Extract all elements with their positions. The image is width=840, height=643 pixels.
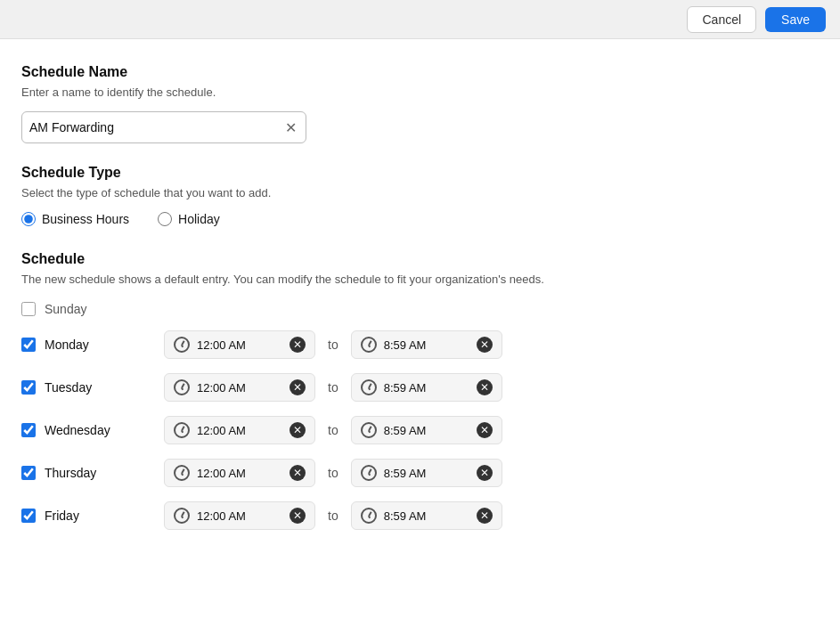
sunday-row: Sunday — [21, 302, 819, 316]
schedule-type-desc: Select the type of schedule that you wan… — [21, 186, 819, 199]
tuesday-label: Tuesday — [45, 380, 92, 395]
friday-start-time[interactable]: 12:00 AM ✕ — [164, 501, 315, 530]
schedule-type-radio-group: Business Hours Holiday — [21, 212, 819, 226]
clear-input-button[interactable]: ✕ — [283, 118, 298, 138]
tuesday-start-remove-button[interactable]: ✕ — [290, 379, 306, 395]
monday-end-remove-button[interactable]: ✕ — [477, 337, 493, 353]
tuesday-to-label: to — [328, 380, 338, 395]
holiday-option[interactable]: Holiday — [158, 212, 220, 226]
schedule-name-section: Schedule Name Enter a name to identify t… — [21, 64, 819, 143]
thursday-checkbox[interactable] — [21, 466, 36, 480]
wednesday-to-label: to — [328, 423, 338, 437]
clock-icon — [361, 465, 377, 481]
friday-label: Friday — [45, 509, 79, 523]
tuesday-end-time[interactable]: 8:59 AM ✕ — [351, 373, 502, 402]
friday-start-remove-button[interactable]: ✕ — [290, 508, 306, 524]
monday-start-time[interactable]: 12:00 AM ✕ — [164, 330, 315, 359]
friday-end-remove-button[interactable]: ✕ — [477, 508, 493, 524]
sunday-checkbox-group: Sunday — [21, 302, 164, 316]
wednesday-start-time[interactable]: 12:00 AM ✕ — [164, 416, 315, 444]
sunday-checkbox[interactable] — [21, 302, 36, 316]
holiday-label: Holiday — [178, 212, 220, 226]
wednesday-label: Wednesday — [45, 423, 110, 437]
clock-icon — [174, 508, 190, 524]
friday-row: Friday 12:00 AM ✕ to 8:59 AM ✕ — [21, 501, 819, 530]
monday-end-value: 8:59 AM — [384, 338, 427, 352]
friday-end-value: 8:59 AM — [384, 509, 427, 523]
sunday-label: Sunday — [45, 302, 86, 316]
tuesday-row: Tuesday 12:00 AM ✕ to 8:59 AM ✕ — [21, 373, 819, 402]
monday-end-time[interactable]: 8:59 AM ✕ — [351, 330, 502, 359]
business-hours-option[interactable]: Business Hours — [21, 212, 129, 226]
friday-checkbox-group: Friday — [21, 509, 164, 523]
wednesday-checkbox-group: Wednesday — [21, 423, 164, 437]
clock-icon — [174, 465, 190, 481]
thursday-end-value: 8:59 AM — [384, 467, 427, 480]
thursday-end-time[interactable]: 8:59 AM ✕ — [351, 459, 502, 487]
friday-checkbox[interactable] — [21, 509, 36, 523]
clock-icon — [174, 422, 190, 438]
friday-to-label: to — [328, 509, 338, 523]
thursday-start-remove-button[interactable]: ✕ — [290, 465, 306, 481]
schedule-type-title: Schedule Type — [21, 165, 819, 181]
monday-checkbox[interactable] — [21, 338, 36, 352]
wednesday-end-time[interactable]: 8:59 AM ✕ — [351, 416, 502, 444]
wednesday-end-value: 8:59 AM — [384, 424, 427, 437]
main-content: Schedule Name Enter a name to identify t… — [0, 39, 840, 569]
save-button[interactable]: Save — [765, 7, 826, 32]
tuesday-start-time[interactable]: 12:00 AM ✕ — [164, 373, 315, 402]
business-hours-radio[interactable] — [21, 212, 36, 226]
clock-icon — [361, 337, 377, 353]
schedule-section: Schedule The new schedule shows a defaul… — [21, 251, 819, 530]
tuesday-start-value: 12:00 AM — [197, 381, 246, 395]
wednesday-checkbox[interactable] — [21, 423, 36, 437]
tuesday-checkbox-group: Tuesday — [21, 380, 164, 395]
thursday-row: Thursday 12:00 AM ✕ to 8:59 AM ✕ — [21, 459, 819, 487]
schedule-name-input[interactable] — [29, 120, 283, 134]
clock-icon — [361, 422, 377, 438]
friday-start-value: 12:00 AM — [197, 509, 246, 523]
monday-start-remove-button[interactable]: ✕ — [290, 337, 306, 353]
monday-label: Monday — [45, 338, 89, 352]
schedule-type-section: Schedule Type Select the type of schedul… — [21, 165, 819, 226]
thursday-start-time[interactable]: 12:00 AM ✕ — [164, 459, 315, 487]
schedule-title: Schedule — [21, 251, 819, 267]
clock-icon — [174, 379, 190, 395]
holiday-radio[interactable] — [158, 212, 172, 226]
monday-row: Monday 12:00 AM ✕ to 8:59 AM ✕ — [21, 330, 819, 359]
schedule-desc: The new schedule shows a default entry. … — [21, 273, 819, 286]
monday-checkbox-group: Monday — [21, 338, 164, 352]
thursday-to-label: to — [328, 466, 338, 480]
tuesday-end-remove-button[interactable]: ✕ — [477, 379, 493, 395]
wednesday-start-value: 12:00 AM — [197, 424, 246, 437]
clock-icon — [361, 508, 377, 524]
thursday-end-remove-button[interactable]: ✕ — [477, 465, 493, 481]
monday-to-label: to — [328, 338, 338, 352]
monday-start-value: 12:00 AM — [197, 338, 246, 352]
schedule-name-input-wrap: ✕ — [21, 111, 306, 143]
thursday-label: Thursday — [45, 466, 96, 480]
clock-icon — [361, 379, 377, 395]
business-hours-label: Business Hours — [42, 212, 129, 226]
days-list: Sunday Monday 12:00 AM ✕ to — [21, 302, 819, 530]
wednesday-end-remove-button[interactable]: ✕ — [477, 422, 493, 438]
thursday-checkbox-group: Thursday — [21, 466, 164, 480]
schedule-name-desc: Enter a name to identify the schedule. — [21, 85, 819, 99]
wednesday-row: Wednesday 12:00 AM ✕ to 8:59 AM ✕ — [21, 416, 819, 444]
schedule-name-title: Schedule Name — [21, 64, 819, 80]
wednesday-start-remove-button[interactable]: ✕ — [290, 422, 306, 438]
tuesday-end-value: 8:59 AM — [384, 381, 427, 395]
thursday-start-value: 12:00 AM — [197, 467, 246, 480]
cancel-button[interactable]: Cancel — [687, 6, 756, 33]
friday-end-time[interactable]: 8:59 AM ✕ — [351, 501, 502, 530]
tuesday-checkbox[interactable] — [21, 380, 36, 395]
clock-icon — [174, 337, 190, 353]
top-bar: Cancel Save — [0, 0, 840, 39]
